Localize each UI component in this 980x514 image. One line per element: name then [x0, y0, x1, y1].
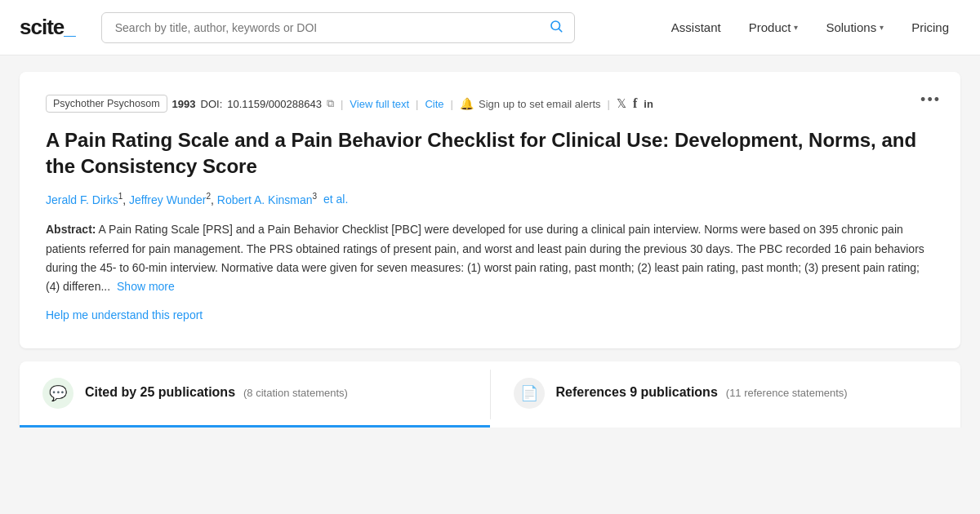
citation-tabs-area: 💬 Cited by 25 publications (8 citation s…: [20, 348, 960, 428]
cited-by-icon: 💬: [42, 378, 74, 409]
cited-by-content: Cited by 25 publications (8 citation sta…: [85, 384, 348, 401]
author-2-sup: 2: [206, 192, 211, 201]
navbar: scite_ Assistant Product ▾ Solutions ▾ P…: [0, 0, 980, 55]
citation-tabs: 💬 Cited by 25 publications (8 citation s…: [20, 361, 960, 428]
paper-doi-label: DOI:: [201, 98, 223, 110]
product-chevron-icon: ▾: [794, 23, 798, 32]
author-1[interactable]: Jerald F. Dirks: [46, 193, 118, 206]
nav-pricing[interactable]: Pricing: [900, 14, 960, 41]
sep2: |: [416, 98, 418, 110]
solutions-chevron-icon: ▾: [880, 23, 884, 32]
nav-solutions[interactable]: Solutions ▾: [814, 14, 895, 41]
journal-badge: Psychother Psychosom: [46, 95, 167, 113]
social-icons: 𝕏 f in: [617, 96, 653, 111]
cite-link[interactable]: Cite: [425, 98, 443, 110]
paper-year: 1993: [172, 98, 196, 110]
author-3-sup: 3: [313, 192, 318, 201]
cited-by-label: Cited by 25 publications: [85, 384, 235, 401]
nav-links: Assistant Product ▾ Solutions ▾ Pricing: [660, 14, 960, 41]
tab-references[interactable]: 📄 References 9 publications (11 referenc…: [491, 361, 961, 428]
paper-doi-value: 10.1159/000288643: [227, 98, 322, 110]
nav-product[interactable]: Product ▾: [737, 14, 810, 41]
meta-bar: Psychother Psychosom 1993 DOI: 10.1159/0…: [46, 95, 934, 113]
help-link[interactable]: Help me understand this report: [46, 308, 203, 321]
references-label: References 9 publications: [556, 384, 718, 401]
content-area: ••• Psychother Psychosom 1993 DOI: 10.11…: [0, 55, 980, 428]
author-2[interactable]: Jeffrey Wunder: [129, 193, 206, 206]
facebook-icon[interactable]: f: [633, 96, 637, 111]
show-more-link[interactable]: Show more: [117, 280, 175, 293]
references-sub: (11 reference statements): [726, 387, 848, 399]
search-input[interactable]: [101, 12, 575, 43]
paper-title: A Pain Rating Scale and a Pain Behavior …: [46, 127, 934, 180]
logo[interactable]: scite_: [20, 15, 75, 40]
search-wrap: [101, 12, 575, 43]
twitter-icon[interactable]: 𝕏: [617, 96, 626, 111]
copy-icon[interactable]: ⧉: [327, 97, 334, 110]
references-content: References 9 publications (11 reference …: [556, 384, 848, 401]
more-options-button[interactable]: •••: [920, 91, 941, 109]
bell-icon: 🔔: [460, 97, 474, 110]
abstract-text: A Pain Rating Scale [PRS] and a Pain Beh…: [46, 223, 924, 292]
sep1: |: [341, 98, 343, 110]
linkedin-icon[interactable]: in: [644, 98, 653, 110]
alert-text: Sign up to set email alerts: [479, 98, 601, 110]
authors: Jerald F. Dirks1, Jeffrey Wunder2, Rober…: [46, 192, 934, 206]
sep4: |: [608, 98, 610, 110]
cited-by-sub: (8 citation statements): [243, 387, 348, 399]
author-1-sup: 1: [118, 192, 123, 201]
references-icon: 📄: [514, 378, 545, 409]
nav-assistant[interactable]: Assistant: [660, 14, 733, 41]
view-full-text-link[interactable]: View full text: [350, 98, 409, 110]
paper-card: ••• Psychother Psychosom 1993 DOI: 10.11…: [20, 72, 960, 348]
sep3: |: [451, 98, 453, 110]
author-3[interactable]: Robert A. Kinsman: [217, 193, 313, 206]
abstract: Abstract: A Pain Rating Scale [PRS] and …: [46, 220, 934, 295]
abstract-label: Abstract:: [46, 223, 96, 236]
tab-cited-by[interactable]: 💬 Cited by 25 publications (8 citation s…: [20, 361, 490, 428]
search-icon: [549, 19, 564, 37]
et-al-link[interactable]: et al.: [323, 193, 348, 206]
svg-line-1: [559, 29, 561, 31]
